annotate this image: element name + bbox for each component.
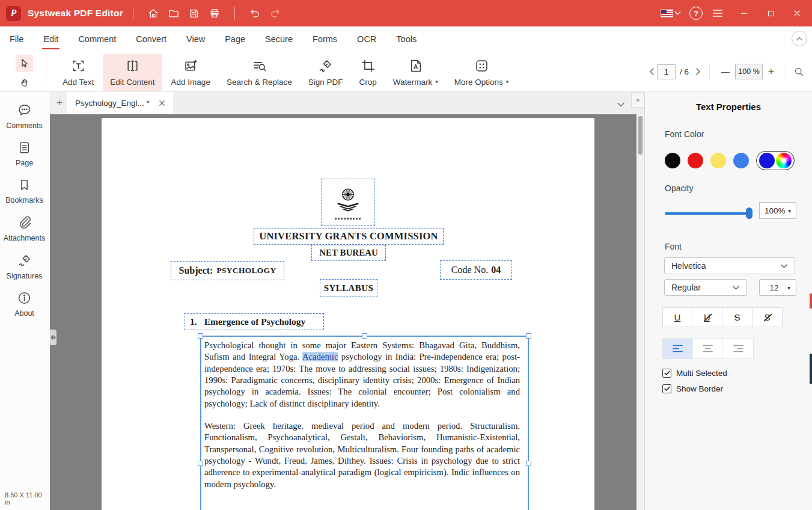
sidebar-item-bookmarks[interactable]: Bookmarks	[0, 177, 49, 204]
redo-button[interactable]	[265, 4, 285, 22]
next-page-button[interactable]	[693, 65, 703, 78]
search-replace-button[interactable]: Search & Replace	[219, 54, 299, 91]
font-style-select[interactable]: Regular	[664, 279, 747, 296]
new-tab-button[interactable]: +	[52, 96, 67, 110]
minimize-button[interactable]	[733, 4, 756, 23]
edit-content-button[interactable]: Edit Content	[103, 54, 162, 91]
home-button[interactable]	[143, 4, 163, 22]
zoom-in-button[interactable]: +	[763, 66, 780, 78]
font-size-select[interactable]: 12 ▾	[759, 279, 796, 296]
page-number-input[interactable]	[657, 64, 676, 79]
add-image-button[interactable]: Add Image	[164, 54, 218, 91]
zoom-level-button[interactable]: 100 %	[735, 64, 763, 79]
org-name-text: UNIVERSITY GRANTS COMMISSION	[259, 230, 438, 242]
document-tab[interactable]: Psychology_Engl... *	[67, 92, 173, 114]
syllabus-field[interactable]: SYLLABUS	[320, 279, 377, 297]
help-button[interactable]: ?	[689, 7, 703, 20]
color-swatch-blue[interactable]	[733, 153, 749, 168]
add-text-button[interactable]: Add Text	[55, 54, 101, 91]
sign-pdf-button[interactable]: Sign PDF	[301, 54, 350, 91]
previous-page-button[interactable]	[647, 65, 657, 78]
save-button[interactable]	[184, 4, 204, 22]
color-swatch-red[interactable]	[688, 153, 703, 168]
section-heading-field[interactable]: 1. Emergence of Psychology	[185, 313, 324, 330]
remove-strikethrough-button[interactable]: S	[752, 307, 783, 327]
print-button[interactable]	[204, 4, 225, 22]
opacity-slider[interactable]	[665, 207, 751, 219]
resize-handle-middle-right[interactable]	[526, 461, 531, 466]
color-picker-selected[interactable]	[756, 151, 795, 170]
close-button[interactable]	[786, 4, 808, 23]
selected-text-block[interactable]: Psychological thought in some major East…	[200, 336, 529, 510]
opacity-value-dropdown[interactable]: 100% ▾	[759, 202, 796, 219]
scrollbar-thumb[interactable]	[638, 116, 643, 155]
collapse-toolbar-button[interactable]	[792, 31, 807, 46]
selected-word[interactable]: Academic	[302, 352, 338, 361]
slider-thumb[interactable]	[746, 207, 752, 219]
font-family-select[interactable]: Helvetica	[664, 257, 795, 274]
crop-button[interactable]: Crop	[352, 54, 383, 91]
org-name-field[interactable]: UNIVERSITY GRANTS COMMISSION	[254, 228, 444, 245]
left-sidebar: Comments Page Bookmarks Attachments Sign…	[0, 92, 49, 510]
language-selector[interactable]	[661, 10, 681, 17]
font-family-value: Helvetica	[671, 261, 706, 271]
menu-secure[interactable]: Secure	[264, 29, 294, 49]
document-area: + Psychology_Engl... * »	[50, 92, 644, 510]
panel-expander-button[interactable]: »	[631, 92, 644, 108]
tab-close-button[interactable]	[156, 98, 167, 109]
resize-handle-middle-left[interactable]	[198, 461, 203, 466]
chevron-right-icon	[695, 67, 701, 76]
hamburger-icon	[712, 8, 724, 18]
underline-button[interactable]: U	[662, 307, 692, 327]
zoom-out-button[interactable]: —	[716, 67, 735, 76]
menu-comment[interactable]: Comment	[77, 29, 117, 49]
more-options-button[interactable]: More Options▾	[447, 54, 516, 91]
sidebar-collapse-handle[interactable]	[50, 330, 56, 345]
select-tool-button[interactable]	[16, 55, 33, 72]
align-left-button[interactable]	[663, 339, 693, 358]
color-swatch-yellow[interactable]	[710, 153, 726, 168]
sidebar-item-attachments[interactable]: Attachments	[0, 215, 49, 242]
menu-view[interactable]: View	[185, 29, 206, 49]
maximize-button[interactable]	[759, 4, 782, 23]
subject-field[interactable]: Subject: PSYCHOLOGY	[171, 261, 284, 280]
code-field[interactable]: Code No. 04	[440, 260, 512, 280]
search-button[interactable]	[792, 64, 806, 79]
strikethrough-button[interactable]: S	[722, 307, 752, 327]
document-tab-bar: + Psychology_Engl... * »	[50, 92, 644, 114]
color-wheel-icon[interactable]	[776, 153, 792, 168]
sidebar-item-about[interactable]: About	[0, 290, 49, 318]
bureau-field[interactable]: NET BUREAU	[311, 245, 386, 261]
menu-file[interactable]: File	[8, 29, 25, 49]
menu-edit[interactable]: Edit	[42, 29, 60, 49]
vertical-scrollbar[interactable]	[636, 114, 644, 510]
watermark-text: Watermark	[393, 78, 433, 87]
bureau-text: NET BUREAU	[319, 248, 378, 258]
sidebar-label: Bookmarks	[5, 196, 43, 204]
menu-page[interactable]: Page	[224, 29, 246, 49]
close-icon	[792, 8, 802, 18]
sidebar-item-comments[interactable]: Comments	[0, 102, 49, 130]
resize-handle-top-center[interactable]	[362, 333, 367, 339]
app-menu-button[interactable]	[706, 4, 729, 23]
remove-underline-button[interactable]: U	[692, 307, 722, 327]
sidebar-item-signatures[interactable]: Signatures	[0, 253, 49, 280]
hand-tool-button[interactable]	[17, 75, 32, 90]
align-center-button[interactable]	[693, 339, 723, 358]
resize-handle-top-right[interactable]	[526, 333, 531, 339]
emblem-field[interactable]	[321, 179, 375, 226]
menu-tools[interactable]: Tools	[395, 29, 418, 49]
undo-button[interactable]	[245, 4, 265, 22]
show-border-checkbox[interactable]: Show Border	[662, 384, 723, 393]
menu-convert[interactable]: Convert	[135, 29, 168, 49]
sidebar-item-page[interactable]: Page	[0, 140, 49, 167]
menu-forms[interactable]: Forms	[311, 29, 338, 49]
watermark-button[interactable]: Watermark▾	[386, 54, 445, 91]
open-file-button[interactable]	[163, 4, 184, 22]
align-right-button[interactable]	[723, 339, 753, 358]
menu-ocr[interactable]: OCR	[356, 29, 377, 49]
color-swatch-black[interactable]	[665, 153, 680, 168]
tab-list-button[interactable]	[617, 99, 625, 110]
resize-handle-top-left[interactable]	[198, 333, 203, 339]
multi-selected-checkbox[interactable]: Multi Selected	[662, 369, 727, 378]
